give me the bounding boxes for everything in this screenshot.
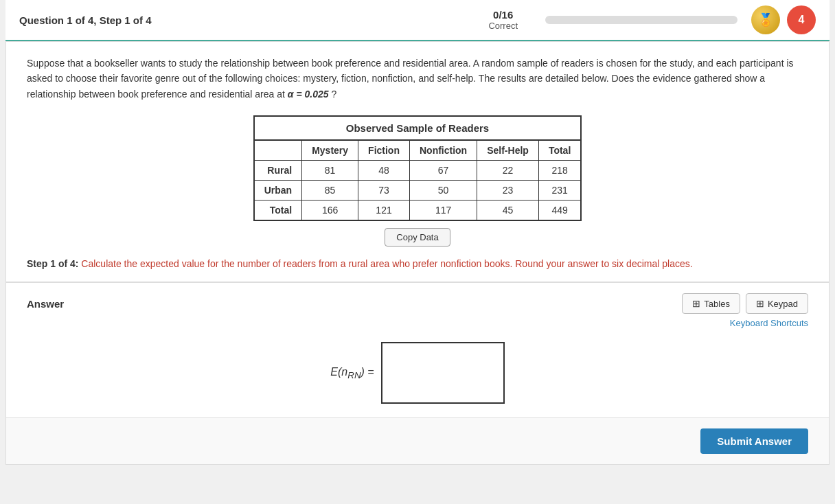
progress-bar-container <box>545 16 737 24</box>
cell-rural-mystery: 81 <box>302 161 358 181</box>
row-label-urban: Urban <box>254 181 302 201</box>
cell-total-nonfiction: 117 <box>409 201 477 221</box>
cell-total-mystery: 166 <box>302 201 358 221</box>
question-text-intro: Suppose that a bookseller wants to study… <box>27 58 794 100</box>
tables-button[interactable]: ⊞ Tables <box>682 293 740 314</box>
answer-equation: E(nRN) = <box>27 342 808 404</box>
footer-section: Submit Answer <box>6 417 829 464</box>
step-label: Step 1 of 4: <box>27 258 78 269</box>
equation-label: E(nRN) = <box>330 366 374 380</box>
tables-label: Tables <box>704 299 730 309</box>
row-label-total: Total <box>254 201 302 221</box>
tables-icon: ⊞ <box>692 298 700 309</box>
table-row-total: Total 166 121 117 45 449 <box>254 201 582 221</box>
col-header-total: Total <box>538 140 581 161</box>
top-bar: Question 1 of 4, Step 1 of 4 0/16 Correc… <box>5 0 830 41</box>
col-header-selfhelp: Self-Help <box>477 140 539 161</box>
cell-urban-fiction: 73 <box>358 181 410 201</box>
col-header-nonfiction: Nonfiction <box>409 140 477 161</box>
col-header-mystery: Mystery <box>302 140 358 161</box>
cell-total-total: 449 <box>538 201 581 221</box>
submit-answer-button[interactable]: Submit Answer <box>700 428 808 454</box>
table-caption: Observed Sample of Readers <box>253 115 582 139</box>
cell-total-fiction: 121 <box>358 201 410 221</box>
equation-input-box[interactable] <box>381 342 505 404</box>
answer-header: Answer ⊞ Tables ⊞ Keypad <box>27 293 808 314</box>
cell-total-selfhelp: 45 <box>477 201 539 221</box>
cell-rural-selfhelp: 22 <box>477 161 539 181</box>
score-fraction: 0/16 <box>493 9 513 21</box>
answer-tools: ⊞ Tables ⊞ Keypad <box>682 293 808 314</box>
copy-data-button[interactable]: Copy Data <box>385 228 450 247</box>
cell-urban-total: 231 <box>538 181 581 201</box>
cell-rural-fiction: 48 <box>358 161 410 181</box>
keyboard-shortcuts-container: Keyboard Shortcuts <box>27 317 808 328</box>
table-row-rural: Rural 81 48 67 22 218 <box>254 161 582 181</box>
question-body: Suppose that a bookseller wants to study… <box>6 42 829 282</box>
main-content: Suppose that a bookseller wants to study… <box>5 41 830 465</box>
table-header-row: Mystery Fiction Nonfiction Self-Help Tot… <box>254 140 582 161</box>
keypad-label: Keypad <box>768 299 798 309</box>
heart-count: 4 <box>799 14 805 26</box>
question-text: Suppose that a bookseller wants to study… <box>27 56 808 102</box>
heart-badge: 4 <box>787 5 816 34</box>
coin-icon: 🏅 <box>758 12 773 27</box>
answer-section: Answer ⊞ Tables ⊞ Keypad Keyboard Shortc… <box>6 282 829 417</box>
cell-rural-nonfiction: 67 <box>409 161 477 181</box>
row-label-rural: Rural <box>254 161 302 181</box>
col-header-empty <box>254 140 302 161</box>
question-label: Question 1 of 4, Step 1 of 4 <box>19 14 488 26</box>
observed-data-table: Observed Sample of Readers Mystery Ficti… <box>253 115 582 221</box>
score-label: Correct <box>488 21 518 31</box>
step-instruction: Step 1 of 4: Calculate the expected valu… <box>27 257 808 271</box>
cell-urban-mystery: 85 <box>302 181 358 201</box>
cell-urban-selfhelp: 23 <box>477 181 539 201</box>
cell-rural-total: 218 <box>538 161 581 181</box>
coin-badge: 🏅 <box>751 5 780 34</box>
keypad-button[interactable]: ⊞ Keypad <box>746 293 808 314</box>
table-row-urban: Urban 85 73 50 23 231 <box>254 181 582 201</box>
col-header-fiction: Fiction <box>358 140 410 161</box>
alpha-value: α = 0.025 <box>288 89 329 100</box>
cell-urban-nonfiction: 50 <box>409 181 477 201</box>
keypad-icon: ⊞ <box>756 298 764 309</box>
step-instruction-text: Calculate the expected value for the num… <box>81 258 692 269</box>
answer-label: Answer <box>27 298 64 310</box>
score-area: 0/16 Correct <box>488 9 518 31</box>
table-container: Observed Sample of Readers Mystery Ficti… <box>27 115 808 247</box>
question-text-end: ? <box>331 89 336 100</box>
keyboard-shortcuts-link[interactable]: Keyboard Shortcuts <box>730 318 808 328</box>
